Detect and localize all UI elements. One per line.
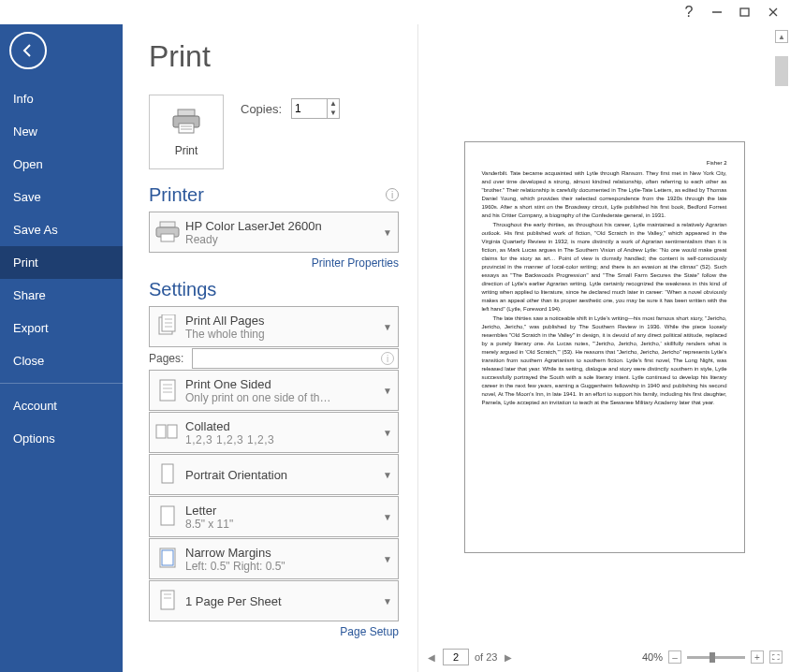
page-preview: Fisher 2 Vanderbilt. Tate became acquain… xyxy=(464,141,745,553)
chevron-down-icon: ▼ xyxy=(377,322,398,332)
margins-selector[interactable]: Narrow Margins Left: 0.5" Right: 0.5" ▼ xyxy=(149,538,399,579)
paper-title: Letter xyxy=(185,504,377,518)
printer-status: Ready xyxy=(185,233,377,246)
preview-paragraph: The late thirties saw a noticeable shift… xyxy=(482,314,727,407)
nav-options[interactable]: Options xyxy=(0,422,123,455)
nav-open[interactable]: Open xyxy=(0,148,123,181)
print-button-label: Print xyxy=(175,144,198,157)
page-number-field[interactable] xyxy=(444,650,468,665)
pages-info-icon[interactable]: i xyxy=(381,352,394,365)
sided-selector[interactable]: Print One Sided Only print on one side o… xyxy=(149,370,399,411)
zoom-in-button[interactable]: + xyxy=(751,650,764,664)
svg-rect-22 xyxy=(168,425,177,438)
scrollbar-up-button[interactable]: ▲ xyxy=(775,30,788,43)
copies-input-field[interactable] xyxy=(292,102,327,115)
margins-subtitle: Left: 0.5" Right: 0.5" xyxy=(185,560,377,573)
printer-icon xyxy=(170,108,202,139)
zoom-slider[interactable] xyxy=(687,656,745,659)
sided-title: Print One Sided xyxy=(185,377,377,391)
backstage-sidebar: Info New Open Save Save As Print Share E… xyxy=(0,24,123,672)
nav-new[interactable]: New xyxy=(0,115,123,148)
svg-rect-23 xyxy=(162,464,173,483)
nav-info[interactable]: Info xyxy=(0,82,123,115)
restore-button[interactable] xyxy=(738,5,753,20)
one-sided-icon xyxy=(150,371,185,410)
nav-account[interactable]: Account xyxy=(0,389,123,422)
page-setup-link[interactable]: Page Setup xyxy=(149,625,399,638)
sided-subtitle: Only print on one side of th… xyxy=(185,391,377,404)
zoom-out-button[interactable]: – xyxy=(668,650,681,664)
margins-icon xyxy=(150,539,185,578)
chevron-down-icon: ▼ xyxy=(377,596,398,606)
per-sheet-selector[interactable]: 1 Page Per Sheet ▼ xyxy=(149,580,399,621)
svg-rect-17 xyxy=(160,380,175,401)
svg-rect-24 xyxy=(161,506,174,525)
chevron-down-icon: ▼ xyxy=(377,512,398,522)
svg-rect-4 xyxy=(178,110,195,116)
zoom-slider-knob[interactable] xyxy=(710,652,715,663)
copies-label: Copies: xyxy=(241,102,282,116)
nav-save-as[interactable]: Save As xyxy=(0,213,123,246)
print-range-subtitle: The whole thing xyxy=(185,328,377,341)
title-bar: ? xyxy=(0,0,790,24)
chevron-down-icon: ▼ xyxy=(377,554,398,564)
pages-input-field[interactable] xyxy=(193,352,381,365)
zoom-label: 40% xyxy=(642,651,663,663)
print-button[interactable]: Print xyxy=(149,95,224,169)
chevron-down-icon: ▼ xyxy=(377,227,398,238)
svg-rect-27 xyxy=(161,591,174,609)
zoom-to-fit-button[interactable]: ⛶ xyxy=(769,650,783,664)
chevron-down-icon: ▼ xyxy=(377,470,398,480)
portrait-icon xyxy=(150,455,185,494)
back-button[interactable] xyxy=(9,32,47,69)
orientation-selector[interactable]: Portrait Orientation ▼ xyxy=(149,454,399,495)
page-title: Print xyxy=(149,39,399,74)
copies-decrement[interactable]: ▼ xyxy=(328,109,339,118)
chevron-down-icon: ▼ xyxy=(377,386,398,396)
per-sheet-title: 1 Page Per Sheet xyxy=(185,594,377,608)
preview-pane: ▲ Fisher 2 Vanderbilt. Tate became acqua… xyxy=(418,24,790,672)
svg-rect-11 xyxy=(161,234,174,241)
printer-device-icon xyxy=(150,212,185,252)
next-page-button[interactable]: ▶ xyxy=(503,652,514,663)
pages-label: Pages: xyxy=(149,352,186,365)
preview-paragraph: Vanderbilt. Tate became acquainted with … xyxy=(482,169,727,220)
pages-stack-icon xyxy=(150,307,185,346)
svg-rect-6 xyxy=(179,124,194,133)
help-icon[interactable]: ? xyxy=(681,5,696,20)
chevron-down-icon: ▼ xyxy=(377,428,398,438)
collated-icon xyxy=(150,413,185,452)
print-range-title: Print All Pages xyxy=(185,314,377,328)
printer-info-icon[interactable]: i xyxy=(386,188,399,201)
nav-close[interactable]: Close xyxy=(0,344,123,377)
svg-rect-1 xyxy=(740,8,749,16)
margins-title: Narrow Margins xyxy=(185,546,377,560)
per-sheet-icon xyxy=(150,581,185,621)
pages-input[interactable]: i xyxy=(192,348,399,369)
print-settings-pane: Print Print Copies: xyxy=(123,24,417,672)
minimize-button[interactable] xyxy=(710,5,724,20)
total-pages-label: of 23 xyxy=(475,651,497,663)
collated-selector[interactable]: Collated 1,2,3 1,2,3 1,2,3 ▼ xyxy=(149,412,399,453)
printer-properties-link[interactable]: Printer Properties xyxy=(149,256,399,270)
copies-increment[interactable]: ▲ xyxy=(328,99,339,109)
nav-save[interactable]: Save xyxy=(0,181,123,213)
prev-page-button[interactable]: ◀ xyxy=(426,652,437,663)
collated-subtitle: 1,2,3 1,2,3 1,2,3 xyxy=(185,433,377,446)
page-number-input[interactable] xyxy=(443,649,469,665)
printer-selector[interactable]: HP Color LaserJet 2600n Ready ▼ xyxy=(149,212,399,253)
nav-share[interactable]: Share xyxy=(0,279,123,312)
paper-size-icon xyxy=(150,497,185,536)
paper-subtitle: 8.5" x 11" xyxy=(185,518,377,531)
nav-export[interactable]: Export xyxy=(0,312,123,344)
paper-selector[interactable]: Letter 8.5" x 11" ▼ xyxy=(149,496,399,537)
orientation-title: Portrait Orientation xyxy=(185,468,377,482)
scrollbar-thumb[interactable] xyxy=(775,56,788,86)
nav-print[interactable]: Print xyxy=(0,246,123,279)
close-button[interactable] xyxy=(766,5,781,20)
copies-input[interactable]: ▲ ▼ xyxy=(291,98,340,119)
preview-status-bar: ◀ of 23 ▶ 40% – + ⛶ xyxy=(418,642,790,672)
svg-rect-9 xyxy=(160,222,175,227)
printer-heading: Printer i xyxy=(149,184,399,206)
print-range-selector[interactable]: Print All Pages The whole thing ▼ xyxy=(149,306,399,347)
